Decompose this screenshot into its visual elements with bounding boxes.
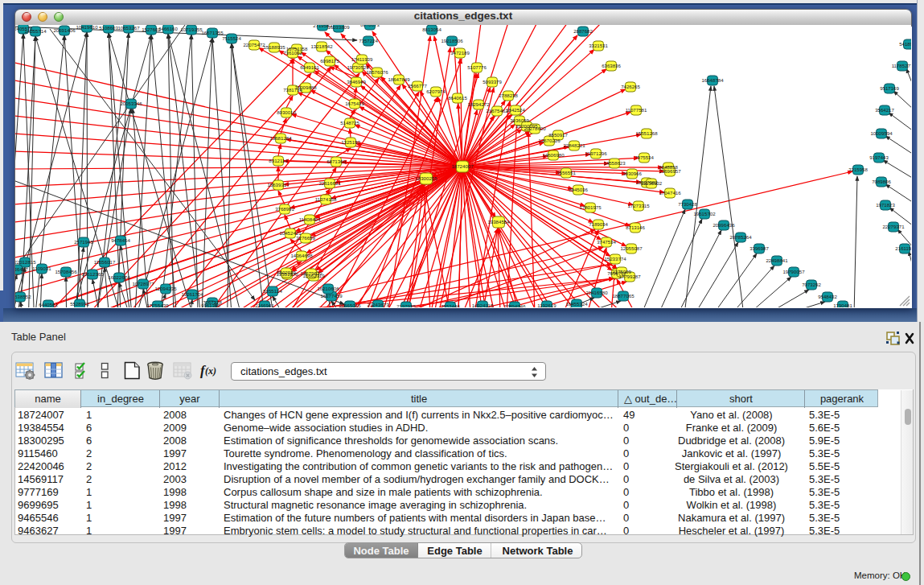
svg-text:22616631: 22616631: [318, 180, 341, 186]
svg-text:15009888: 15009888: [294, 84, 317, 90]
svg-text:13612365: 13612365: [81, 271, 104, 277]
svg-text:18576076: 18576076: [366, 69, 388, 75]
svg-text:7975534: 7975534: [634, 154, 654, 160]
svg-text:9517169: 9517169: [880, 85, 899, 91]
svg-text:2571945: 2571945: [74, 239, 93, 245]
svg-text:3396987: 3396987: [749, 245, 769, 251]
svg-text:11374158: 11374158: [315, 196, 337, 202]
svg-text:10419610: 10419610: [76, 25, 98, 30]
svg-text:3215958: 3215958: [848, 167, 868, 172]
svg-text:1192619: 1192619: [537, 303, 556, 307]
svg-text:17799287: 17799287: [618, 274, 641, 279]
svg-text:16648784: 16648784: [701, 77, 724, 83]
svg-text:6207974: 6207974: [426, 89, 446, 94]
svg-text:9548432: 9548432: [818, 294, 837, 299]
svg-text:9197443: 9197443: [869, 154, 889, 160]
svg-text:7426265: 7426265: [621, 84, 640, 89]
svg-text:18294272: 18294272: [467, 101, 490, 107]
svg-text:20278600: 20278600: [524, 126, 546, 131]
svg-text:16377459: 16377459: [320, 293, 343, 299]
svg-text:14924115: 14924115: [472, 303, 494, 307]
svg-text:3472189: 3472189: [450, 50, 470, 56]
svg-text:15233774: 15233774: [604, 256, 626, 262]
svg-text:17047416: 17047416: [659, 190, 681, 196]
svg-text:19261704: 19261704: [181, 291, 203, 297]
svg-text:19515702: 19515702: [693, 211, 716, 216]
svg-text:8312114: 8312114: [269, 158, 288, 163]
svg-text:5148725: 5148725: [340, 120, 359, 126]
svg-text:6363836: 6363836: [602, 63, 621, 68]
svg-text:19384554: 19384554: [487, 219, 510, 225]
svg-text:14055714: 14055714: [24, 28, 47, 34]
svg-text:18300295: 18300295: [415, 175, 437, 181]
svg-text:5093379: 5093379: [483, 79, 502, 84]
svg-text:19218506: 19218506: [441, 38, 463, 43]
svg-text:11785277: 11785277: [892, 63, 911, 68]
svg-text:20053346: 20053346: [120, 101, 142, 106]
svg-text:10538552: 10538552: [15, 294, 31, 299]
svg-text:7189034: 7189034: [589, 221, 608, 227]
svg-text:5107776: 5107776: [467, 64, 487, 70]
svg-text:17755439: 17755439: [146, 303, 169, 307]
svg-text:15639317: 15639317: [267, 182, 290, 187]
svg-text:7361002: 7361002: [283, 50, 302, 56]
svg-text:20785264: 20785264: [729, 234, 752, 240]
svg-text:15188935: 15188935: [263, 44, 285, 50]
svg-text:20691406: 20691406: [53, 27, 76, 33]
svg-text:6871360: 6871360: [326, 159, 346, 164]
svg-text:8550917: 8550917: [548, 132, 568, 138]
svg-text:6440561: 6440561: [39, 302, 58, 307]
svg-text:8813054: 8813054: [422, 27, 441, 32]
svg-text:21696957: 21696957: [659, 168, 681, 174]
svg-text:16033809: 16033809: [327, 25, 350, 30]
svg-text:8945036: 8945036: [569, 187, 588, 192]
svg-text:5502929: 5502929: [277, 270, 296, 275]
svg-text:11077581: 11077581: [626, 107, 647, 113]
svg-text:3321531: 3321531: [589, 43, 608, 48]
svg-text:8640615: 8640615: [448, 95, 467, 101]
svg-text:2887682: 2887682: [573, 28, 593, 34]
svg-text:5528972: 5528972: [70, 301, 89, 307]
svg-text:1842524: 1842524: [506, 107, 525, 113]
svg-text:2788238: 2788238: [499, 93, 518, 98]
svg-text:2197935: 2197935: [396, 303, 416, 307]
svg-text:5108603: 5108603: [99, 25, 118, 31]
svg-text:20996436: 20996436: [713, 222, 735, 228]
svg-text:21416580: 21416580: [585, 290, 608, 295]
svg-text:22075472: 22075472: [243, 42, 265, 47]
svg-text:3030966: 3030966: [622, 171, 642, 176]
svg-text:10728977: 10728977: [132, 281, 154, 286]
svg-text:12955087: 12955087: [620, 245, 643, 251]
svg-text:2566777: 2566777: [408, 83, 427, 89]
svg-text:15551268: 15551268: [635, 130, 658, 136]
svg-text:8078673: 8078673: [360, 25, 380, 27]
svg-text:18647849: 18647849: [388, 76, 410, 82]
svg-text:6098175: 6098175: [320, 58, 339, 64]
svg-text:21971296: 21971296: [585, 150, 607, 156]
svg-text:14558623: 14558623: [603, 160, 626, 166]
svg-text:17536477: 17536477: [15, 266, 28, 272]
svg-text:3564217: 3564217: [875, 107, 894, 113]
svg-text:(x): (x): [205, 365, 216, 377]
svg-text:3556551: 3556551: [556, 170, 576, 175]
svg-text:14606980: 14606980: [542, 152, 565, 158]
svg-text:16671355: 16671355: [201, 30, 224, 35]
svg-text:3653446: 3653446: [441, 303, 460, 307]
svg-text:12670226: 12670226: [538, 138, 561, 143]
svg-text:16022674: 16022674: [108, 274, 130, 280]
svg-text:9478454: 9478454: [111, 237, 130, 243]
svg-text:2161193: 2161193: [895, 245, 911, 251]
svg-text:7730428: 7730428: [678, 201, 697, 207]
svg-text:21675462: 21675462: [486, 108, 508, 113]
svg-text:1675419: 1675419: [345, 101, 364, 106]
svg-text:7515524: 7515524: [222, 35, 241, 41]
svg-text:7357224: 7357224: [359, 38, 378, 43]
svg-text:10719155: 10719155: [180, 27, 203, 32]
svg-text:17801975: 17801975: [579, 204, 602, 210]
svg-text:10009594: 10009594: [870, 130, 893, 136]
svg-text:22012815: 22012815: [15, 259, 36, 265]
svg-text:14679639: 14679639: [300, 270, 322, 276]
svg-text:20665015: 20665015: [339, 303, 361, 307]
svg-text:5855124: 5855124: [263, 288, 282, 294]
svg-text:22848221: 22848221: [563, 142, 585, 148]
